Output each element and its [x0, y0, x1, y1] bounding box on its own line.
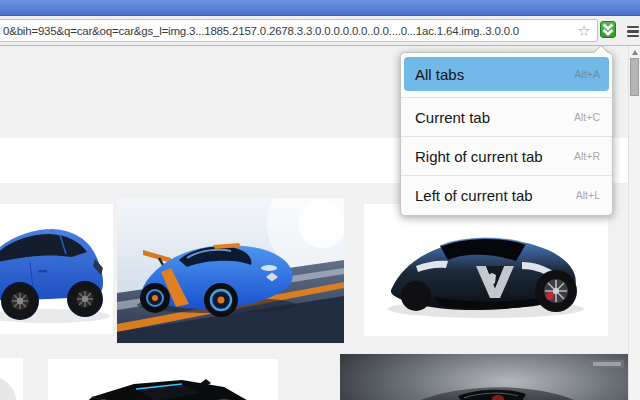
menu-item-label: Right of current tab: [415, 148, 574, 165]
image-result-blue-black-concept[interactable]: [364, 204, 608, 336]
url-text[interactable]: 0&bih=935&q=car&oq=car&gs_l=img.3...1885…: [0, 25, 574, 37]
bookmark-star-icon[interactable]: ☆: [574, 23, 594, 38]
image-result-black-neon-supercar[interactable]: [48, 359, 278, 400]
menu-item-current-tab[interactable]: Current tab Alt+C: [401, 97, 612, 136]
menu-item-shortcut: Alt+C: [574, 111, 600, 123]
window-titlebar: [0, 0, 640, 16]
menu-item-label: All tabs: [415, 66, 575, 83]
black-neon-supercar-image: [48, 359, 278, 400]
menu-item-right-of-current-tab[interactable]: Right of current tab Alt+R: [401, 136, 612, 175]
menu-item-all-tabs[interactable]: All tabs Alt+A: [401, 57, 612, 97]
menu-item-shortcut: Alt+L: [576, 189, 600, 201]
image-result-blue-sedan[interactable]: [0, 204, 113, 334]
blue-sedan-image: [0, 204, 113, 334]
address-bar[interactable]: 0&bih=935&q=car&oq=car&gs_l=img.3...1885…: [0, 19, 598, 42]
image-result-blue-orange-concept[interactable]: [117, 198, 344, 343]
menu-item-shortcut: Alt+A: [575, 68, 600, 80]
page-scrollbar[interactable]: [628, 46, 640, 400]
dark-hypercar-image: [340, 354, 632, 400]
extension-button[interactable]: [600, 21, 616, 38]
extension-dropdown-menu: All tabs Alt+A Current tab Alt+C Right o…: [400, 52, 613, 216]
browser-menu-icon[interactable]: [627, 26, 639, 37]
image-result-white-car-edge[interactable]: [0, 358, 23, 400]
scrollbar-up-arrow-icon: [632, 50, 638, 55]
scrollbar-up-button[interactable]: [629, 46, 640, 58]
blue-orange-concept-image: [117, 198, 344, 343]
menu-item-shortcut: Alt+R: [574, 150, 600, 162]
menu-item-left-of-current-tab[interactable]: Left of current tab Alt+L: [401, 175, 612, 214]
image-result-dark-hypercar[interactable]: [340, 354, 632, 400]
scrollbar-thumb[interactable]: [630, 58, 639, 96]
menu-item-label: Current tab: [415, 109, 574, 126]
double-chevron-down-icon: [601, 22, 615, 37]
browser-window: 0&bih=935&q=car&oq=car&gs_l=img.3...1885…: [0, 0, 640, 400]
white-car-edge-image: [0, 358, 23, 400]
menu-item-label: Left of current tab: [415, 187, 576, 204]
blue-black-concept-image: [364, 204, 608, 336]
